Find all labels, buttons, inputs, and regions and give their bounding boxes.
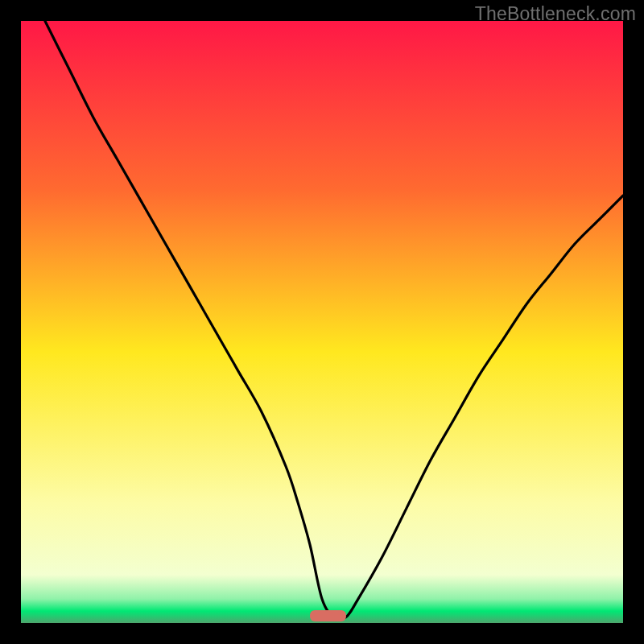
plot-area [21,21,623,623]
watermark-text: TheBottleneck.com [475,3,636,25]
optimal-zone-marker [310,610,346,621]
chart-frame: TheBottleneck.com [0,0,644,644]
gradient-background [21,21,623,623]
bottleneck-chart [21,21,623,623]
